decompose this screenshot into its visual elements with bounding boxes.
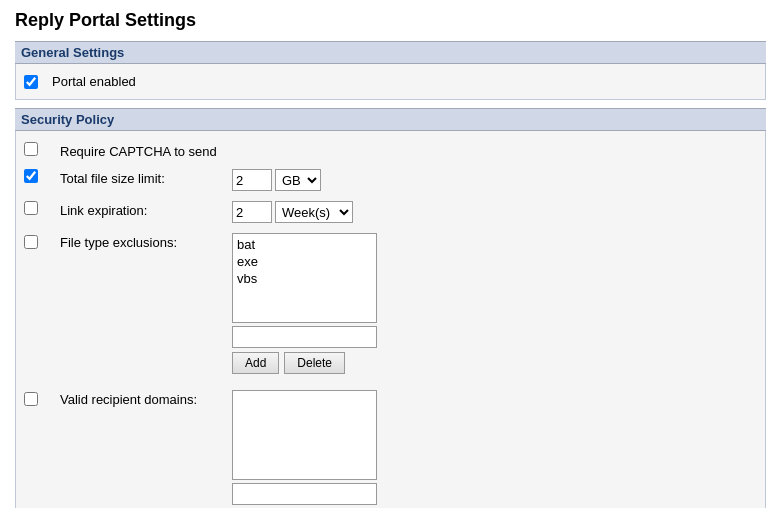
expiration-controls: Week(s) Day(s) Month(s) (232, 201, 757, 223)
filesize-controls: GB MB (232, 169, 757, 191)
list-item: bat (235, 236, 374, 253)
security-policy-header: Security Policy (15, 108, 766, 131)
filetype-checkbox[interactable] (24, 235, 38, 249)
filetype-listbox[interactable]: bat exe vbs (232, 233, 377, 323)
domains-new-input[interactable] (232, 483, 377, 505)
expiration-unit-select[interactable]: Week(s) Day(s) Month(s) (275, 201, 353, 223)
captcha-checkbox[interactable] (24, 142, 38, 156)
filesize-checkbox-cell (24, 169, 52, 183)
security-policy-content: Require CAPTCHA to send Total file size … (15, 131, 766, 508)
filesize-label: Total file size limit: (52, 169, 232, 186)
captcha-row: Require CAPTCHA to send (24, 137, 757, 164)
filetype-delete-button[interactable]: Delete (284, 352, 345, 374)
domains-label: Valid recipient domains: (52, 390, 232, 407)
expiration-checkbox-cell (24, 201, 52, 215)
security-policy-section: Security Policy Require CAPTCHA to send … (15, 108, 766, 508)
filetype-label: File type exclusions: (52, 233, 232, 250)
list-item: exe (235, 253, 374, 270)
domains-row: Valid recipient domains: Add Delete (24, 385, 757, 508)
filetype-buttons: Add Delete (232, 352, 377, 374)
expiration-label: Link expiration: (52, 201, 232, 218)
domains-checkbox-cell (24, 390, 52, 406)
domains-checkbox[interactable] (24, 392, 38, 406)
filetype-row: File type exclusions: bat exe vbs Add De… (24, 228, 757, 379)
filetype-add-button[interactable]: Add (232, 352, 279, 374)
domains-list-group: Add Delete (232, 390, 377, 508)
portal-enabled-checkbox[interactable] (24, 75, 38, 89)
page-title: Reply Portal Settings (15, 10, 766, 31)
captcha-label: Require CAPTCHA to send (52, 142, 232, 159)
general-settings-header: General Settings (15, 41, 766, 64)
filetype-controls: bat exe vbs Add Delete (232, 233, 757, 374)
domains-controls: Add Delete (232, 390, 757, 508)
filesize-checkbox[interactable] (24, 169, 38, 183)
portal-enabled-label: Portal enabled (52, 74, 136, 89)
portal-enabled-row: Portal enabled (24, 70, 757, 93)
page-container: Reply Portal Settings General Settings P… (0, 0, 781, 508)
expiration-row: Link expiration: Week(s) Day(s) Month(s) (24, 196, 757, 228)
portal-enabled-checkbox-cell (24, 75, 52, 89)
domains-listbox[interactable] (232, 390, 377, 480)
filesize-row: Total file size limit: GB MB (24, 164, 757, 196)
expiration-checkbox[interactable] (24, 201, 38, 215)
captcha-checkbox-cell (24, 142, 52, 156)
general-settings-content: Portal enabled (15, 64, 766, 100)
filesize-input[interactable] (232, 169, 272, 191)
filesize-unit-select[interactable]: GB MB (275, 169, 321, 191)
filetype-list-group: bat exe vbs Add Delete (232, 233, 377, 374)
list-item: vbs (235, 270, 374, 287)
expiration-input[interactable] (232, 201, 272, 223)
filetype-checkbox-cell (24, 233, 52, 249)
filetype-new-input[interactable] (232, 326, 377, 348)
